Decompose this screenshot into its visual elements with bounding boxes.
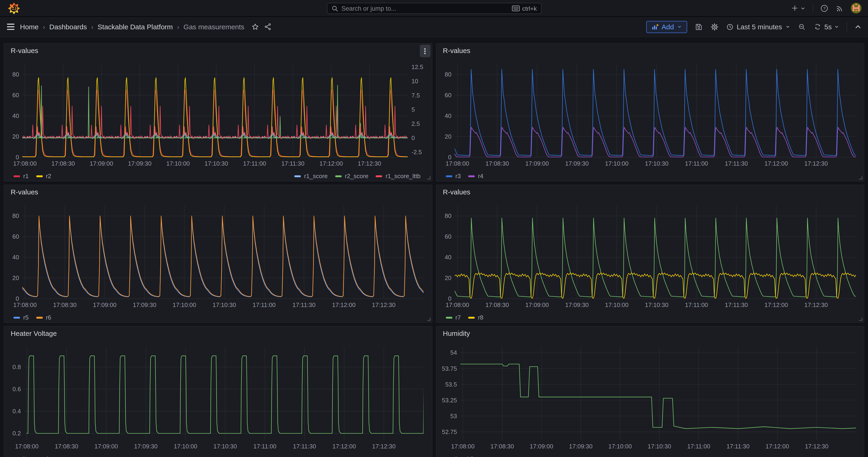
legend-item-r6[interactable]: r6 [36, 314, 51, 321]
x-axis-tick: 17:09:00 [90, 160, 113, 167]
panel-header: Heater Voltage [4, 327, 432, 339]
panel-resize-handle[interactable] [859, 318, 862, 321]
legend-item-heatervoltage[interactable]: heatervoltage [13, 455, 60, 457]
legend-swatch [468, 175, 475, 177]
breadcrumb-folder[interactable]: Stackable Data Platform [98, 23, 173, 31]
x-axis-tick: 17:09:00 [530, 443, 553, 450]
legend-swatch [13, 175, 20, 177]
x-axis-tick: 17:11:00 [687, 443, 710, 450]
panel-header: R-values [4, 44, 432, 56]
x-axis-tick: 17:10:00 [174, 443, 197, 450]
x-axis-tick: 17:10:30 [213, 443, 237, 450]
legend-label: r8 [478, 314, 483, 321]
time-range-picker[interactable]: Last 5 minutes [726, 23, 790, 31]
legend-label: r6 [46, 314, 51, 321]
x-axis-tick: 17:10:00 [608, 443, 631, 450]
chevron-right-icon: › [177, 23, 179, 31]
clock-icon [726, 23, 734, 30]
legend-item-r4[interactable]: r4 [468, 173, 483, 180]
dashboard-settings-button[interactable] [710, 23, 718, 31]
help-button[interactable]: ? [820, 4, 829, 12]
panel-heater-voltage: Heater Voltage0.20.40.60.817:08:0017:08:… [4, 326, 432, 457]
legend-item-humidity[interactable]: humidity [445, 455, 478, 457]
legend-item-r1_score[interactable]: r1_score [294, 173, 328, 180]
panel-menu-button[interactable] [420, 44, 430, 57]
y-axis-right-tick: 12.5 [412, 63, 424, 70]
y-axis-tick: 52.75 [442, 428, 457, 435]
news-button[interactable] [835, 4, 844, 12]
legend-item-r5[interactable]: r5 [13, 314, 29, 321]
breadcrumb-home[interactable]: Home [20, 23, 39, 31]
time-series-chart: 02040608017:08:0017:08:3017:09:0017:09:3… [439, 56, 862, 170]
legend-item-r2[interactable]: r2 [36, 173, 51, 180]
legend-label: r5 [23, 314, 29, 321]
legend-label: heatervoltage [23, 455, 60, 457]
breadcrumb-dashboards[interactable]: Dashboards [49, 23, 87, 31]
save-dashboard-button[interactable] [694, 23, 703, 31]
favorite-button[interactable] [251, 23, 259, 31]
panel-resize-handle[interactable] [427, 176, 430, 180]
legend-item-r1[interactable]: r1 [13, 173, 29, 180]
search-input[interactable] [341, 5, 508, 12]
y-axis-tick: 60 [445, 92, 452, 99]
legend-label: r4 [478, 173, 483, 180]
panel-title[interactable]: R-values [443, 46, 470, 54]
legend-item-r2_score[interactable]: r2_score [335, 173, 368, 180]
x-axis-tick: 17:09:00 [95, 443, 118, 450]
panel-title[interactable]: R-values [11, 188, 38, 195]
zoom-out-button[interactable] [798, 23, 806, 31]
share-icon [264, 23, 272, 31]
chevron-right-icon: › [91, 23, 93, 31]
refresh-interval-picker[interactable]: 5s [824, 23, 839, 31]
legend-swatch [294, 175, 301, 177]
refresh-button[interactable] [814, 23, 822, 31]
legend-swatch [445, 316, 452, 318]
x-axis-tick: 17:08:00 [451, 443, 474, 450]
panel-resize-handle[interactable] [859, 176, 862, 180]
x-axis-tick: 17:09:30 [133, 301, 156, 308]
x-axis-tick: 17:12:00 [319, 160, 343, 167]
dashboard-toolbar: Home › Dashboards › Stackable Data Platf… [0, 17, 868, 37]
chevron-down-icon [834, 24, 839, 29]
legend-item-r1_score_lttb[interactable]: r1_score_lttb [376, 173, 421, 180]
x-axis-tick: 17:11:30 [292, 301, 315, 308]
legend-item-r7[interactable]: r7 [445, 314, 461, 321]
share-button[interactable] [264, 23, 272, 31]
panel-r-values-3: R-values02040608017:08:0017:08:3017:09:0… [4, 185, 432, 323]
panel-title[interactable]: R-values [11, 46, 38, 54]
panel-title[interactable]: R-values [443, 188, 470, 195]
x-axis-tick: 17:12:30 [372, 443, 396, 450]
grafana-logo[interactable] [8, 3, 20, 14]
user-avatar[interactable] [851, 3, 862, 13]
x-axis-tick: 17:09:30 [565, 160, 589, 167]
y-axis-tick: 40 [445, 112, 452, 119]
x-axis-tick: 17:12:00 [333, 443, 356, 450]
panel-title[interactable]: Heater Voltage [11, 329, 57, 337]
legend-item-r3[interactable]: r3 [445, 173, 461, 180]
x-axis-tick: 17:12:00 [766, 443, 789, 450]
y-axis-tick: 60 [445, 233, 452, 240]
legend-item-r8[interactable]: r8 [468, 314, 483, 321]
keyboard-icon [512, 5, 520, 12]
panel-title[interactable]: Humidity [443, 329, 470, 337]
panel-resize-handle[interactable] [427, 318, 430, 321]
x-axis-tick: 17:12:00 [764, 301, 788, 308]
global-search[interactable]: ctrl+k [327, 3, 541, 14]
refresh-icon [814, 23, 822, 31]
add-panel-button[interactable]: Add [646, 21, 687, 33]
legend-swatch [36, 175, 42, 177]
collapse-controls-button[interactable] [855, 23, 862, 30]
new-menu-button[interactable] [791, 4, 806, 12]
panel-r-values-1: R-values020406080-2.502.557.51012.517:08… [4, 43, 432, 181]
x-axis-tick: 17:11:30 [724, 301, 748, 308]
x-axis-tick: 17:08:30 [55, 443, 78, 450]
y-axis-tick: 80 [445, 212, 452, 219]
x-axis-tick: 17:09:30 [134, 443, 158, 450]
y-axis-tick: 60 [12, 92, 19, 99]
top-nav-bar: ctrl+k ? [0, 0, 868, 17]
x-axis-tick: 17:08:00 [445, 160, 469, 167]
mega-menu-toggle[interactable] [6, 23, 16, 31]
x-axis-tick: 17:12:30 [805, 443, 828, 450]
panel-header: R-values [4, 185, 432, 197]
panel-r-values-2: R-values02040608017:08:0017:08:3017:09:0… [436, 43, 864, 181]
